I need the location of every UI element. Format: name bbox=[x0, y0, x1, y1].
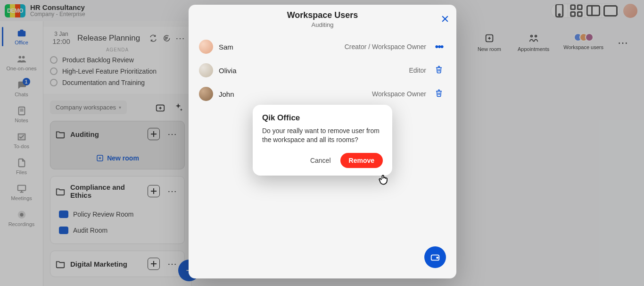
user-name: Olivia bbox=[219, 67, 403, 75]
user-role: Creator / Workspace Owner bbox=[345, 43, 426, 50]
svg-point-48 bbox=[437, 257, 438, 259]
user-row: John Workspace Owner bbox=[197, 82, 448, 106]
modal-subtitle: Auditing bbox=[196, 21, 449, 28]
cursor-hand-icon bbox=[377, 173, 390, 188]
user-role: Workspace Owner bbox=[372, 90, 426, 98]
remove-button[interactable]: Remove bbox=[340, 153, 383, 168]
close-icon[interactable] bbox=[440, 14, 450, 25]
user-name: John bbox=[219, 90, 366, 98]
confirm-title: Qik Office bbox=[262, 113, 383, 123]
modal-title: Workspace Users bbox=[196, 10, 449, 20]
trash-icon[interactable] bbox=[432, 89, 446, 99]
user-avatar-icon bbox=[199, 87, 213, 101]
user-avatar-icon bbox=[199, 40, 213, 54]
confirm-message: Do your really want to remove user from … bbox=[262, 126, 383, 144]
trash-icon[interactable] bbox=[432, 65, 446, 76]
modal-wallet-fab[interactable] bbox=[424, 246, 446, 268]
cancel-button[interactable]: Cancel bbox=[307, 156, 334, 165]
confirm-dialog: Qik Office Do your really want to remove… bbox=[253, 105, 392, 176]
user-name: Sam bbox=[219, 43, 339, 51]
user-row: Sam Creator / Workspace Owner ••• bbox=[197, 35, 448, 59]
user-row: Olivia Editor bbox=[197, 59, 448, 82]
user-role: Editor bbox=[409, 67, 426, 74]
user-avatar-icon bbox=[199, 63, 213, 77]
user-more-icon[interactable]: ••• bbox=[432, 41, 446, 53]
